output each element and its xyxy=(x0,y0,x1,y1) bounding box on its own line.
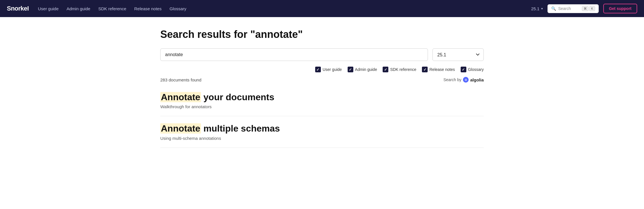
nav-links: User guide Admin guide SDK reference Rel… xyxy=(38,6,522,11)
filter-glossary[interactable]: Glossary xyxy=(461,67,484,72)
search-input[interactable] xyxy=(160,48,428,61)
get-support-button[interactable]: Get support xyxy=(603,4,637,13)
nav-glossary[interactable]: Glossary xyxy=(169,6,186,11)
result-highlight-2: Annotate xyxy=(160,123,201,134)
checkbox-glossary xyxy=(461,67,466,72)
checkbox-sdk-reference xyxy=(383,67,388,72)
main-content: Search results for "annotate" 25.1 User … xyxy=(151,17,493,148)
result-item[interactable]: Annotate multiple schemas Using multi-sc… xyxy=(160,123,484,147)
kbd-cmd: ⌘ xyxy=(582,6,588,11)
keyboard-hint: ⌘ K xyxy=(582,6,595,11)
checkbox-release-notes xyxy=(422,67,428,72)
result-subtitle-2: Using multi-schema annotations xyxy=(160,136,484,141)
algolia-icon: ⊙ xyxy=(463,77,469,83)
checkbox-admin-guide xyxy=(348,67,353,72)
nav-admin-guide[interactable]: Admin guide xyxy=(67,6,90,11)
nav-release-notes[interactable]: Release notes xyxy=(134,6,162,11)
filter-admin-guide[interactable]: Admin guide xyxy=(348,67,377,72)
nav-search-label: Search xyxy=(558,6,571,11)
algolia-wordmark: algolia xyxy=(470,77,484,82)
algolia-logo: ⊙ algolia xyxy=(463,77,484,83)
version-select[interactable]: 25.1 xyxy=(432,48,484,61)
logo[interactable]: SnorkeI xyxy=(7,5,29,12)
filter-label-user-guide: User guide xyxy=(323,67,342,72)
result-item[interactable]: Annotate your documents Walkthrough for … xyxy=(160,92,484,116)
filter-release-notes[interactable]: Release notes xyxy=(422,67,455,72)
version-selector[interactable]: 25.1 ▾ xyxy=(531,6,543,11)
nav-user-guide[interactable]: User guide xyxy=(38,6,59,11)
nav-search-button[interactable]: 🔍 Search ⌘ K xyxy=(547,4,599,13)
result-highlight-1: Annotate xyxy=(160,92,201,102)
checkbox-user-guide xyxy=(315,67,321,72)
nav-right: 25.1 ▾ 🔍 Search ⌘ K Get support xyxy=(531,4,637,13)
filters-row: User guide Admin guide SDK reference Rel… xyxy=(160,67,484,72)
chevron-down-icon: ▾ xyxy=(541,7,543,11)
filter-sdk-reference[interactable]: SDK reference xyxy=(383,67,416,72)
main-nav: SnorkeI User guide Admin guide SDK refer… xyxy=(0,0,644,17)
page-title: Search results for "annotate" xyxy=(160,28,484,40)
result-title-suffix-2: multiple schemas xyxy=(201,123,280,134)
results-count: 283 documents found xyxy=(160,77,201,82)
result-title-1: Annotate your documents xyxy=(160,92,484,103)
filter-label-admin-guide: Admin guide xyxy=(355,67,377,72)
search-by: Search by ⊙ algolia xyxy=(443,77,484,83)
result-title-2: Annotate multiple schemas xyxy=(160,123,484,134)
nav-sdk-reference[interactable]: SDK reference xyxy=(98,6,126,11)
search-by-label: Search by xyxy=(443,77,461,82)
results-info-row: 283 documents found Search by ⊙ algolia xyxy=(160,77,484,85)
search-row: 25.1 xyxy=(160,48,484,61)
filter-user-guide[interactable]: User guide xyxy=(315,67,342,72)
result-subtitle-1: Walkthrough for annotators xyxy=(160,104,484,109)
version-label: 25.1 xyxy=(531,6,539,11)
result-title-suffix-1: your documents xyxy=(201,92,274,102)
filter-label-sdk-reference: SDK reference xyxy=(390,67,416,72)
search-icon: 🔍 xyxy=(551,6,556,11)
kbd-k: K xyxy=(589,6,595,11)
filter-label-glossary: Glossary xyxy=(468,67,484,72)
filter-label-release-notes: Release notes xyxy=(429,67,455,72)
